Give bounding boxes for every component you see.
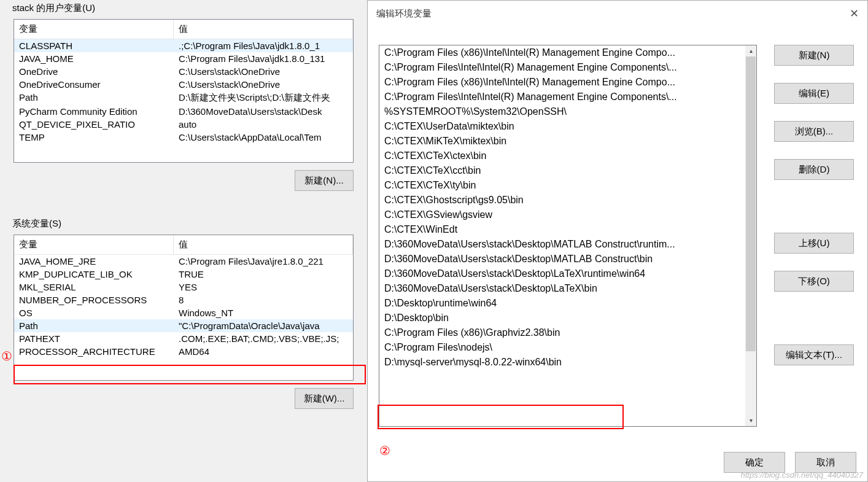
table-row[interactable]: MKL_SERIALYES (14, 281, 353, 293)
table-row[interactable]: QT_DEVICE_PIXEL_RATIOauto (14, 118, 353, 131)
col-variable[interactable]: 变量 (14, 235, 174, 254)
path-list-item[interactable]: C:\Program Files\nodejs\ (379, 340, 746, 355)
user-vars-buttons: 新建(N)... (0, 163, 367, 198)
path-list-item[interactable]: D:\mysql-server\mysql-8.0.22-winx64\bin (379, 355, 746, 370)
dialog-footer: 确定 取消 (724, 452, 856, 473)
env-vars-background-window: stack 的用户变量(U) 变量 值 CLASSPATH.;C:\Progra… (0, 0, 367, 482)
col-value[interactable]: 值 (174, 235, 353, 254)
var-name: OneDrive (14, 65, 174, 78)
path-list-item[interactable]: C:\Program Files\Intel\Intel(R) Manageme… (379, 90, 746, 104)
delete-button[interactable]: 删除(D) (774, 159, 854, 180)
system-vars-section-title: 系统变量(S) (0, 216, 367, 232)
table-row[interactable]: OneDriveConsumerC:\Users\stack\OneDrive (14, 78, 353, 91)
var-value: .;C:\Program Files\Java\jdk1.8.0_1 (174, 39, 353, 52)
new-button[interactable]: 新建(N) (774, 45, 854, 66)
path-list-item[interactable]: D:\Desktop\bin (379, 311, 746, 325)
table-row[interactable]: OSWindows_NT (14, 306, 353, 319)
annotation-number-2: ② (379, 443, 390, 458)
var-value: C:\Users\stack\AppData\Local\Tem (174, 131, 353, 144)
var-name: OS (14, 306, 174, 319)
var-name: PyCharm Community Edition (14, 105, 174, 118)
user-vars-table[interactable]: 变量 值 CLASSPATH.;C:\Program Files\Java\jd… (14, 19, 354, 163)
var-name: Path (14, 91, 174, 105)
var-name: MKL_SERIAL (14, 281, 174, 293)
var-value: .COM;.EXE;.BAT;.CMD;.VBS;.VBE;.JS; (174, 332, 353, 345)
var-value: C:\Program Files\Java\jre1.8.0_221 (174, 255, 353, 268)
path-list-item[interactable]: C:\CTEX\WinEdt (379, 222, 746, 237)
path-list-item[interactable]: C:\CTEX\UserData\miktex\bin (379, 119, 746, 134)
scroll-up-icon[interactable]: ▴ (745, 45, 756, 56)
ok-button[interactable]: 确定 (724, 452, 785, 473)
var-name: CLASSPATH (14, 39, 174, 52)
system-vars-buttons: 新建(W)... (0, 381, 367, 416)
user-vars-section-title: stack 的用户变量(U) (0, 0, 367, 17)
table-row[interactable]: JAVA_HOME_JREC:\Program Files\Java\jre1.… (14, 255, 353, 268)
var-value: D:\360MoveData\Users\stack\Desk (174, 105, 353, 118)
dialog-title-bar[interactable]: 编辑环境变量 ✕ (368, 1, 867, 26)
table-row[interactable]: NUMBER_OF_PROCESSORS8 (14, 293, 353, 306)
col-value[interactable]: 值 (174, 20, 353, 39)
table-row[interactable]: OneDriveC:\Users\stack\OneDrive (14, 65, 353, 78)
edit-text-button[interactable]: 编辑文本(T)... (774, 344, 854, 365)
path-list-item[interactable]: C:\CTEX\CTeX\ctex\bin (379, 149, 746, 163)
path-list-item[interactable]: C:\Program Files (x86)\Intel\Intel(R) Ma… (379, 45, 746, 60)
var-name: TEMP (14, 131, 174, 144)
new-user-var-button[interactable]: 新建(N)... (295, 170, 354, 191)
var-name: JAVA_HOME_JRE (14, 255, 174, 268)
path-list-item[interactable]: D:\360MoveData\Users\stack\Desktop\LaTeX… (379, 266, 746, 281)
table-row[interactable]: CLASSPATH.;C:\Program Files\Java\jdk1.8.… (14, 39, 353, 52)
var-value: D:\新建文件夹\Scripts\;D:\新建文件夹 (174, 91, 353, 105)
col-variable[interactable]: 变量 (14, 20, 174, 39)
var-value: AMD64 (174, 345, 353, 358)
var-value: 8 (174, 293, 353, 306)
system-vars-table[interactable]: 变量 值 JAVA_HOME_JREC:\Program Files\Java\… (14, 235, 354, 381)
var-value: C:\Users\stack\OneDrive (174, 65, 353, 78)
path-list-item[interactable]: C:\CTEX\GSview\gsview (379, 208, 746, 222)
scrollbar[interactable]: ▴ ▾ (745, 45, 756, 426)
path-list-item[interactable]: C:\Program Files\Intel\Intel(R) Manageme… (379, 60, 746, 75)
var-name: PROCESSOR_ARCHITECTURE (14, 345, 174, 358)
path-list-item[interactable]: C:\CTEX\CTeX\cct\bin (379, 163, 746, 178)
watermark: https://blog.csdn.net/qq_44040327 (741, 470, 864, 480)
table-row[interactable]: JAVA_HOMEC:\Program Files\Java\jdk1.8.0_… (14, 52, 353, 65)
close-icon[interactable]: ✕ (850, 7, 859, 20)
table-header: 变量 值 (14, 235, 353, 255)
var-name: QT_DEVICE_PIXEL_RATIO (14, 118, 174, 131)
var-value: C:\Program Files\Java\jdk1.8.0_131 (174, 52, 353, 65)
scroll-down-icon[interactable]: ▾ (745, 415, 756, 426)
table-row[interactable]: PATHEXT.COM;.EXE;.BAT;.CMD;.VBS;.VBE;.JS… (14, 332, 353, 345)
var-value: auto (174, 118, 353, 131)
path-list-item[interactable]: C:\CTEX\MiKTeX\miktex\bin (379, 134, 746, 149)
cancel-button[interactable]: 取消 (795, 452, 856, 473)
var-value: "C:\ProgramData\Oracle\Java\java (174, 319, 353, 332)
browse-button[interactable]: 浏览(B)... (774, 121, 854, 142)
var-name: KMP_DUPLICATE_LIB_OK (14, 268, 174, 281)
scroll-thumb[interactable] (746, 56, 756, 351)
path-list-item[interactable]: %SYSTEMROOT%\System32\OpenSSH\ (379, 104, 746, 119)
table-row[interactable]: PyCharm Community EditionD:\360MoveData\… (14, 105, 353, 118)
path-list-item[interactable]: C:\CTEX\Ghostscript\gs9.05\bin (379, 193, 746, 208)
path-list-item[interactable]: D:\360MoveData\Users\stack\Desktop\LaTeX… (379, 281, 746, 296)
path-list-item[interactable]: C:\Program Files (x86)\Intel\Intel(R) Ma… (379, 75, 746, 90)
path-list-item[interactable]: D:\360MoveData\Users\stack\Desktop\MATLA… (379, 252, 746, 266)
annotation-number-1: ① (1, 349, 12, 363)
path-list-item[interactable]: C:\Program Files (x86)\Graphviz2.38\bin (379, 325, 746, 340)
table-row[interactable]: Path"C:\ProgramData\Oracle\Java\java (14, 319, 353, 332)
path-list-item[interactable]: C:\CTEX\CTeX\ty\bin (379, 178, 746, 193)
dialog-title: 编辑环境变量 (376, 8, 432, 20)
new-system-var-button[interactable]: 新建(W)... (295, 388, 354, 409)
table-row[interactable]: PathD:\新建文件夹\Scripts\;D:\新建文件夹 (14, 91, 353, 105)
var-name: Path (14, 319, 174, 332)
table-row[interactable]: KMP_DUPLICATE_LIB_OKTRUE (14, 268, 353, 281)
path-list-item[interactable]: D:\360MoveData\Users\stack\Desktop\MATLA… (379, 237, 746, 252)
edit-button[interactable]: 编辑(E) (774, 83, 854, 104)
edit-env-var-dialog: 编辑环境变量 ✕ C:\Program Files (x86)\Intel\In… (367, 0, 868, 482)
table-row[interactable]: TEMPC:\Users\stack\AppData\Local\Tem (14, 131, 353, 144)
move-up-button[interactable]: 上移(U) (774, 233, 854, 254)
path-list-item[interactable]: D:\Desktop\runtime\win64 (379, 296, 746, 311)
var-value: C:\Users\stack\OneDrive (174, 78, 353, 91)
move-down-button[interactable]: 下移(O) (774, 271, 854, 292)
path-list-box[interactable]: C:\Program Files (x86)\Intel\Intel(R) Ma… (379, 45, 757, 427)
var-name: JAVA_HOME (14, 52, 174, 65)
table-row[interactable]: PROCESSOR_ARCHITECTUREAMD64 (14, 345, 353, 358)
